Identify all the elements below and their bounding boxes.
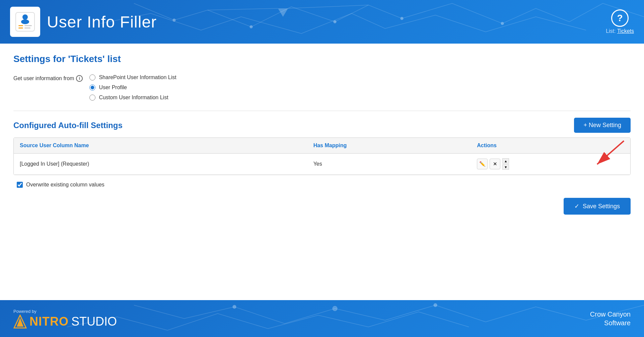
save-settings-label: Save Settings — [583, 203, 620, 210]
info-icon[interactable]: i — [76, 75, 83, 82]
col-mapping: Has Mapping — [307, 138, 471, 154]
footer-brand: Powered by NITRO STUDIO — [13, 309, 117, 329]
overwrite-label[interactable]: Overwrite existing column values — [26, 182, 104, 188]
radio-userprofile-label: User Profile — [99, 85, 127, 91]
radio-userprofile-input[interactable] — [89, 85, 95, 91]
powered-by-label: Powered by — [13, 309, 117, 314]
svg-point-8 — [22, 14, 28, 20]
save-checkmark-icon: ✓ — [574, 203, 579, 210]
svg-rect-12 — [18, 27, 23, 29]
svg-point-3 — [401, 17, 403, 20]
table-body: [Logged In User] (Requester) Yes ✏️ ✕ ▲ … — [14, 154, 630, 175]
radio-sharepoint-input[interactable] — [89, 74, 95, 80]
header-left: User Info Filler — [10, 7, 157, 37]
overwrite-checkbox[interactable] — [17, 182, 23, 188]
radio-sharepoint[interactable]: SharePoint User Information List — [89, 74, 176, 80]
radio-custom[interactable]: Custom User Information List — [89, 95, 176, 101]
user-info-radio-group: SharePoint User Information List User Pr… — [89, 74, 176, 101]
cell-actions: ✏️ ✕ ▲ ▼ — [471, 154, 630, 175]
radio-sharepoint-label: SharePoint User Information List — [99, 74, 176, 80]
overwrite-checkbox-row: Overwrite existing column values — [17, 182, 631, 188]
col-source: Source User Column Name — [14, 138, 307, 154]
table-head: Source User Column Name Has Mapping Acti… — [14, 138, 630, 154]
radio-userprofile[interactable]: User Profile — [89, 85, 176, 91]
table-row: [Logged In User] (Requester) Yes ✏️ ✕ ▲ … — [14, 154, 630, 175]
section-divider — [13, 111, 631, 111]
radio-custom-input[interactable] — [89, 95, 95, 101]
settings-table: Source User Column Name Has Mapping Acti… — [14, 138, 630, 175]
radio-custom-label: Custom User Information List — [99, 95, 168, 101]
svg-rect-13 — [24, 27, 30, 29]
studio-text: STUDIO — [71, 315, 117, 329]
nitro-icon — [13, 315, 27, 329]
svg-point-4 — [501, 22, 504, 25]
list-link[interactable]: Tickets — [617, 28, 634, 34]
svg-rect-10 — [18, 25, 23, 26]
svg-point-17 — [333, 306, 337, 311]
svg-point-18 — [434, 303, 437, 307]
col-actions: Actions — [471, 138, 630, 154]
company-name: Crow Canyon Software — [590, 310, 631, 327]
app-icon-box — [10, 7, 40, 37]
table-header-row: Source User Column Name Has Mapping Acti… — [14, 138, 630, 154]
actions-cell: ✏️ ✕ ▲ ▼ — [477, 158, 624, 170]
new-setting-button[interactable]: + New Setting — [574, 118, 631, 133]
svg-point-1 — [250, 25, 253, 28]
app-footer: Powered by NITRO STUDIO Crow Canyon Soft… — [0, 300, 644, 337]
svg-rect-11 — [24, 25, 32, 26]
user-info-section: Get user information from i SharePoint U… — [13, 74, 631, 101]
scroll-down-button[interactable]: ▼ — [502, 164, 509, 170]
settings-table-area: Source User Column Name Has Mapping Acti… — [13, 137, 631, 175]
header-right: ? List: Tickets — [606, 9, 634, 34]
save-row: ✓ Save Settings — [13, 198, 631, 215]
help-button[interactable]: ? — [611, 9, 629, 27]
configured-title: Configured Auto-fill Settings — [13, 121, 123, 130]
svg-point-2 — [334, 20, 336, 23]
nitro-logo: NITRO STUDIO — [13, 315, 117, 329]
svg-line-6 — [208, 8, 278, 10]
svg-line-7 — [288, 5, 368, 8]
svg-point-16 — [233, 305, 236, 308]
cell-source: [Logged In User] (Requester) — [14, 154, 307, 175]
save-settings-button[interactable]: ✓ Save Settings — [564, 198, 631, 215]
user-info-label: Get user information from i — [13, 74, 83, 82]
footer-company: Crow Canyon Software — [590, 310, 631, 327]
settings-table-wrapper: Source User Column Name Has Mapping Acti… — [13, 137, 631, 175]
nitro-text: NITRO — [29, 315, 69, 329]
page-title: Settings for 'Tickets' list — [13, 54, 631, 64]
app-title: User Info Filler — [47, 13, 157, 31]
svg-point-0 — [173, 19, 175, 21]
delete-button[interactable]: ✕ — [490, 159, 500, 169]
scroll-buttons: ▲ ▼ — [502, 158, 509, 170]
list-label: List: — [606, 28, 616, 34]
main-content: Settings for 'Tickets' list Get user inf… — [0, 44, 644, 300]
cell-mapping: Yes — [307, 154, 471, 175]
app-header: User Info Filler ? List: Tickets — [0, 0, 644, 44]
edit-button[interactable]: ✏️ — [477, 159, 488, 169]
svg-point-9 — [21, 19, 29, 24]
scroll-up-button[interactable]: ▲ — [502, 158, 509, 164]
configured-settings-header: Configured Auto-fill Settings + New Sett… — [13, 118, 631, 133]
app-icon — [15, 12, 35, 32]
svg-marker-5 — [278, 8, 288, 17]
list-info: List: Tickets — [606, 28, 634, 34]
